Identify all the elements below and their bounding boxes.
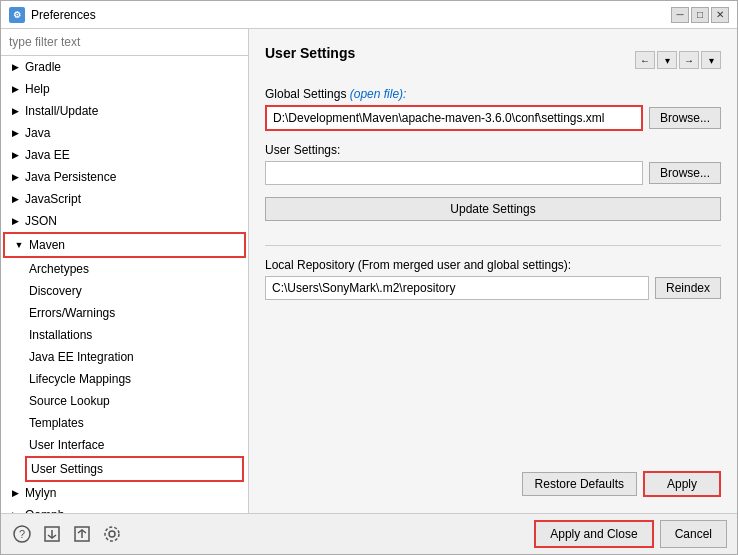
sidebar-item-discovery[interactable]: Discovery [1, 280, 248, 302]
maximize-button[interactable]: □ [691, 7, 709, 23]
export-icon[interactable] [71, 523, 93, 545]
sidebar-item-label: Mylyn [25, 484, 56, 502]
sidebar-item-json[interactable]: ▶ JSON [1, 210, 248, 232]
child-item-label: Source Lookup [29, 392, 110, 410]
sidebar-item-templates[interactable]: Templates [1, 412, 248, 434]
global-settings-label: Global Settings (open file): [265, 87, 721, 101]
sidebar-item-java[interactable]: ▶ Java [1, 122, 248, 144]
child-item-label: Discovery [29, 282, 82, 300]
back-button[interactable]: ← [635, 51, 655, 69]
chevron-icon: ▶ [9, 80, 21, 98]
minimize-button[interactable]: ─ [671, 7, 689, 23]
sidebar-item-source-lookup[interactable]: Source Lookup [1, 390, 248, 412]
footer: ? Apply and Close Cancel [1, 513, 737, 554]
chevron-icon: ▶ [9, 124, 21, 142]
title-bar: ⚙ Preferences ─ □ ✕ [1, 1, 737, 29]
sidebar-item-label: Maven [29, 236, 65, 254]
filter-input[interactable] [1, 29, 248, 56]
sidebar-item-label: JSON [25, 212, 57, 230]
local-repo-input[interactable] [265, 276, 649, 300]
sidebar-item-mylyn[interactable]: ▶ Mylyn [1, 482, 248, 504]
sidebar-item-label: JavaScript [25, 190, 81, 208]
child-item-label: User Settings [31, 460, 103, 478]
sidebar-item-label: Oomph [25, 506, 64, 513]
preferences-icon[interactable] [101, 523, 123, 545]
sidebar-item-java-persistence[interactable]: ▶ Java Persistence [1, 166, 248, 188]
restore-defaults-button[interactable]: Restore Defaults [522, 472, 637, 496]
sidebar-item-maven[interactable]: ▼ Maven [3, 232, 246, 258]
sidebar-item-lifecycle-mappings[interactable]: Lifecycle Mappings [1, 368, 248, 390]
svg-point-7 [105, 527, 119, 541]
footer-buttons: Apply and Close Cancel [534, 520, 727, 548]
cancel-button[interactable]: Cancel [660, 520, 727, 548]
sidebar-item-oomph[interactable]: ▶ Oomph [1, 504, 248, 513]
sidebar-item-user-settings[interactable]: User Settings [25, 456, 244, 482]
bottom-buttons: Restore Defaults Apply [265, 461, 721, 497]
import-icon[interactable] [41, 523, 63, 545]
chevron-icon: ▶ [9, 102, 21, 120]
sidebar: ▶ Gradle ▶ Help ▶ Install/Update ▶ Java [1, 29, 249, 513]
apply-button[interactable]: Apply [643, 471, 721, 497]
chevron-icon: ▶ [9, 146, 21, 164]
title-controls: ─ □ ✕ [671, 7, 729, 23]
forward-button[interactable]: → [679, 51, 699, 69]
chevron-icon: ▶ [9, 168, 21, 186]
child-item-label: Templates [29, 414, 84, 432]
chevron-icon: ▶ [9, 484, 21, 502]
chevron-icon: ▶ [9, 212, 21, 230]
child-item-label: Archetypes [29, 260, 89, 278]
global-settings-row: Browse... [265, 105, 721, 131]
sidebar-item-javascript[interactable]: ▶ JavaScript [1, 188, 248, 210]
sidebar-item-archetypes[interactable]: Archetypes [1, 258, 248, 280]
update-settings-button[interactable]: Update Settings [265, 197, 721, 221]
reindex-button[interactable]: Reindex [655, 277, 721, 299]
local-repo-row: Reindex [265, 276, 721, 300]
open-file-link[interactable]: (open file): [350, 87, 407, 101]
global-settings-input[interactable] [265, 105, 643, 131]
sidebar-item-gradle[interactable]: ▶ Gradle [1, 56, 248, 78]
close-button[interactable]: ✕ [711, 7, 729, 23]
sidebar-item-user-interface[interactable]: User Interface [1, 434, 248, 456]
window-title: Preferences [31, 8, 96, 22]
chevron-icon: ▶ [9, 506, 21, 513]
child-item-label: Installations [29, 326, 92, 344]
sidebar-item-label: Java Persistence [25, 168, 116, 186]
help-icon[interactable]: ? [11, 523, 33, 545]
sidebar-item-java-ee-integration[interactable]: Java EE Integration [1, 346, 248, 368]
chevron-icon: ▶ [9, 58, 21, 76]
user-settings-label: User Settings: [265, 143, 721, 157]
child-item-label: Java EE Integration [29, 348, 134, 366]
sidebar-item-label: Install/Update [25, 102, 98, 120]
chevron-down-icon: ▼ [13, 236, 25, 254]
nav-dropdown2-button[interactable]: ▾ [701, 51, 721, 69]
browse2-button[interactable]: Browse... [649, 162, 721, 184]
sidebar-item-installations[interactable]: Installations [1, 324, 248, 346]
nav-arrows: ← ▾ → ▾ [635, 51, 721, 69]
window-icon: ⚙ [9, 7, 25, 23]
browse1-button[interactable]: Browse... [649, 107, 721, 129]
user-settings-row: Browse... [265, 161, 721, 185]
sidebar-item-install-update[interactable]: ▶ Install/Update [1, 100, 248, 122]
divider [265, 245, 721, 246]
panel-title: User Settings [265, 45, 355, 61]
sidebar-item-label: Java EE [25, 146, 70, 164]
sidebar-item-help[interactable]: ▶ Help [1, 78, 248, 100]
apply-close-button[interactable]: Apply and Close [534, 520, 653, 548]
sidebar-item-errors-warnings[interactable]: Errors/Warnings [1, 302, 248, 324]
user-settings-input[interactable] [265, 161, 643, 185]
svg-text:?: ? [19, 528, 25, 540]
svg-point-6 [109, 531, 115, 537]
preferences-window: ⚙ Preferences ─ □ ✕ ▶ Gradle ▶ Help [0, 0, 738, 555]
tree: ▶ Gradle ▶ Help ▶ Install/Update ▶ Java [1, 56, 248, 513]
main-panel: User Settings ← ▾ → ▾ Global Settings (o… [249, 29, 737, 513]
nav-dropdown-button[interactable]: ▾ [657, 51, 677, 69]
child-item-label: Lifecycle Mappings [29, 370, 131, 388]
footer-icons: ? [11, 523, 123, 545]
sidebar-item-java-ee[interactable]: ▶ Java EE [1, 144, 248, 166]
content-area: ▶ Gradle ▶ Help ▶ Install/Update ▶ Java [1, 29, 737, 513]
sidebar-item-label: Java [25, 124, 50, 142]
chevron-icon: ▶ [9, 190, 21, 208]
local-repo-label: Local Repository (From merged user and g… [265, 258, 721, 272]
sidebar-item-label: Help [25, 80, 50, 98]
title-bar-left: ⚙ Preferences [9, 7, 96, 23]
